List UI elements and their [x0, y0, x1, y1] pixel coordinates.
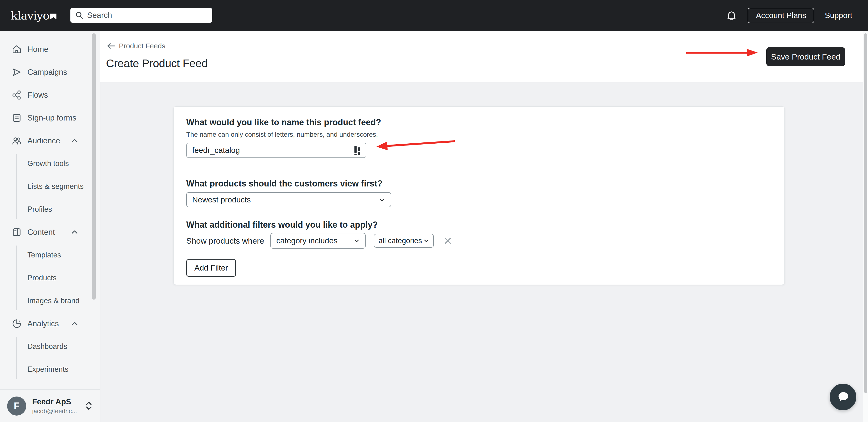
- back-arrow-icon[interactable]: [106, 42, 116, 50]
- question-name-helper: The name can only consist of letters, nu…: [186, 131, 772, 138]
- question-name-heading: What would you like to name this product…: [186, 117, 772, 128]
- audience-icon: [11, 135, 22, 146]
- app-window: klaviyo Account Plans Support: [0, 0, 868, 422]
- klaviyo-wordmark: klaviyo: [11, 10, 49, 21]
- account-email: jacob@feedr.c...: [32, 408, 77, 415]
- remove-filter-x-icon[interactable]: [443, 236, 452, 245]
- window-scrollbar: [863, 31, 868, 422]
- sidebar-item-label: Analytics: [27, 319, 59, 328]
- sidebar-item-label: Experiments: [27, 365, 68, 374]
- sidebar-item-label: Images & brand: [27, 296, 80, 305]
- sidebar-item-experiments[interactable]: Experiments: [0, 358, 100, 381]
- form-icon: [11, 112, 22, 123]
- chevron-down-icon: [377, 195, 386, 204]
- feed-name-field: [186, 143, 366, 158]
- chat-widget-button[interactable]: [830, 384, 856, 410]
- filter-row: Show products where category includes al…: [186, 233, 772, 249]
- account-name: Feedr ApS: [32, 397, 77, 407]
- search-icon: [75, 11, 84, 20]
- chevron-up-icon[interactable]: [69, 227, 80, 237]
- chevron-up-icon[interactable]: [69, 135, 80, 146]
- filter-category-value: all categories: [378, 236, 422, 245]
- topbar: klaviyo Account Plans Support: [0, 0, 868, 31]
- breadcrumb-label[interactable]: Product Feeds: [119, 42, 165, 50]
- sidebar-item-lists-segments[interactable]: Lists & segments: [0, 175, 100, 198]
- audience-subgroup: Growth tools Lists & segments Profiles: [0, 152, 100, 221]
- sidebar-item-label: Templates: [27, 251, 61, 259]
- sidebar-item-label: Growth tools: [27, 159, 69, 168]
- analytics-pie-icon: [11, 318, 22, 329]
- filter-condition-value: category includes: [276, 236, 338, 245]
- account-switcher[interactable]: F Feedr ApS jacob@feedr.c...: [0, 389, 100, 422]
- analytics-subgroup: Dashboards Experiments: [0, 335, 100, 381]
- sidebar-item-label: Products: [27, 273, 57, 282]
- flows-icon: [11, 90, 22, 100]
- sort-order-select[interactable]: Newest products: [186, 192, 391, 207]
- chat-bubble-icon: [836, 390, 850, 404]
- sidebar-item-templates[interactable]: Templates: [0, 244, 100, 266]
- home-icon: [11, 44, 22, 55]
- sidebar-item-products[interactable]: Products: [0, 266, 100, 289]
- avatar: F: [7, 396, 26, 416]
- question-sort-heading: What products should the customers view …: [186, 178, 772, 189]
- sidebar-item-label: Lists & segments: [27, 182, 84, 191]
- notifications-bell-icon[interactable]: [726, 10, 737, 21]
- page-content: What would you like to name this product…: [100, 83, 863, 422]
- sidebar-item-label: Campaigns: [27, 68, 67, 77]
- save-product-feed-button[interactable]: Save Product Feed: [766, 47, 845, 66]
- create-feed-card: What would you like to name this product…: [173, 106, 785, 285]
- sidebar-item-home[interactable]: Home: [0, 38, 100, 61]
- sidebar-nav: Home Campaigns Flows: [0, 31, 100, 381]
- account-plans-button[interactable]: Account Plans: [748, 8, 814, 23]
- sidebar-item-profiles[interactable]: Profiles: [0, 198, 100, 221]
- expand-updown-icon[interactable]: [84, 400, 94, 412]
- sidebar-item-growth-tools[interactable]: Growth tools: [0, 152, 100, 175]
- sidebar-item-label: Audience: [27, 136, 60, 145]
- window-scrollbar-thumb[interactable]: [864, 33, 867, 393]
- sidebar-item-label: Flows: [27, 91, 48, 100]
- topbar-actions: Account Plans Support: [726, 0, 852, 31]
- sidebar-item-label: Profiles: [27, 205, 52, 214]
- sidebar-scrollbar-thumb[interactable]: [92, 33, 96, 300]
- filter-prefix-label: Show products where: [186, 236, 264, 246]
- sidebar-item-label: Content: [27, 228, 55, 237]
- sidebar-item-campaigns[interactable]: Campaigns: [0, 61, 100, 84]
- content-subgroup: Templates Products Images & brand: [0, 244, 100, 312]
- klaviyo-flag-icon: [50, 13, 57, 19]
- sidebar-item-label: Dashboards: [27, 342, 67, 351]
- chevron-down-icon: [352, 236, 361, 245]
- content-icon: [11, 227, 22, 238]
- sidebar-item-flows[interactable]: Flows: [0, 84, 100, 106]
- annotation-arrow-save: [686, 48, 758, 57]
- sidebar-item-images-brand[interactable]: Images & brand: [0, 289, 100, 312]
- sidebar-item-audience[interactable]: Audience: [0, 129, 100, 152]
- add-filter-button[interactable]: Add Filter: [186, 259, 236, 277]
- sidebar-item-label: Home: [27, 45, 49, 54]
- sidebar: Home Campaigns Flows: [0, 31, 100, 422]
- question-filters-heading: What additional filters would you like t…: [186, 220, 772, 230]
- sidebar-item-content[interactable]: Content: [0, 221, 100, 244]
- global-search: [70, 8, 212, 23]
- sidebar-item-dashboards[interactable]: Dashboards: [0, 335, 100, 358]
- page-header: Product Feeds Create Product Feed Save P…: [100, 31, 863, 82]
- breadcrumb[interactable]: Product Feeds: [106, 42, 165, 50]
- password-manager-extension-icon[interactable]: [354, 146, 363, 155]
- send-icon: [11, 67, 22, 78]
- main-area: Product Feeds Create Product Feed Save P…: [100, 31, 863, 422]
- sort-order-value: Newest products: [192, 195, 251, 204]
- chevron-down-icon: [422, 237, 430, 245]
- support-link[interactable]: Support: [825, 11, 852, 20]
- search-input[interactable]: [87, 11, 208, 20]
- sidebar-item-label: Sign-up forms: [27, 113, 76, 122]
- sidebar-item-analytics[interactable]: Analytics: [0, 312, 100, 335]
- page-title: Create Product Feed: [106, 57, 208, 70]
- chevron-up-icon[interactable]: [69, 318, 80, 329]
- filter-condition-select[interactable]: category includes: [270, 233, 366, 249]
- filter-category-select[interactable]: all categories: [374, 234, 434, 248]
- klaviyo-logo[interactable]: klaviyo: [11, 0, 49, 31]
- sidebar-item-signup-forms[interactable]: Sign-up forms: [0, 106, 100, 129]
- feed-name-input[interactable]: [186, 143, 366, 158]
